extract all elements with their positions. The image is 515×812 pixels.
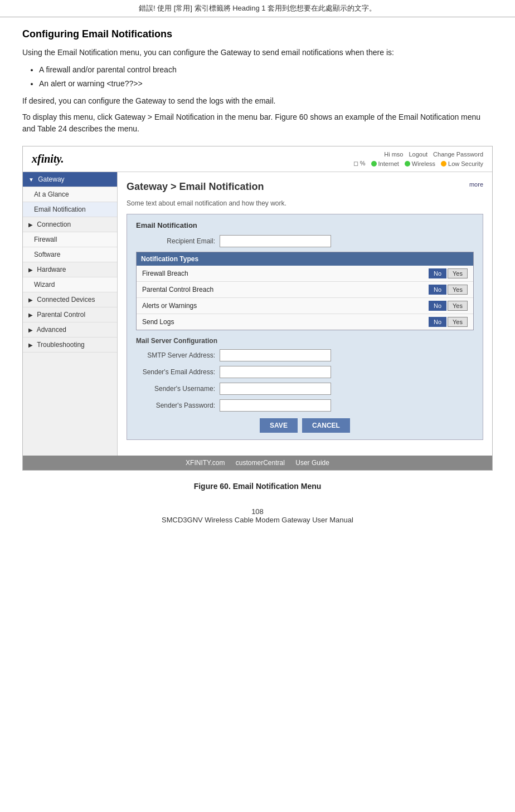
notif-label-sendlogs: Send Logs: [142, 318, 174, 326]
toggle-firewall-yes[interactable]: Yes: [448, 268, 468, 278]
bullet-item-1: A firewall and/or parental control breac…: [39, 63, 493, 77]
toggle-sendlogs-no[interactable]: No: [429, 317, 446, 327]
sidebar-item-email-notification[interactable]: Email Notification: [23, 202, 117, 217]
sidebar-item-label-gateway: Gateway: [38, 175, 64, 183]
save-button[interactable]: SAVE: [260, 418, 298, 433]
sidebar-label-wizard: Wizard: [34, 281, 55, 288]
content-title: Gateway > Email Notification: [127, 181, 483, 193]
toggle-parental-no[interactable]: No: [429, 285, 446, 295]
sidebar-item-software[interactable]: Software: [23, 247, 117, 262]
button-row: SAVE CANCEL: [136, 418, 474, 433]
sidebar-item-hardware[interactable]: ▶ Hardware: [23, 262, 117, 277]
recipient-email-label: Recipient Email:: [136, 237, 220, 245]
sidebar-item-gateway[interactable]: ▼ Gateway: [23, 172, 117, 187]
sender-email-input[interactable]: [220, 366, 331, 378]
notif-row-parental: Parental Control Breach No Yes: [137, 282, 473, 298]
recipient-email-input[interactable]: [220, 235, 331, 247]
sidebar-item-troubleshooting[interactable]: ▶ Troubleshooting: [23, 337, 117, 353]
main-layout: ▼ Gateway At a Glance Email Notification…: [23, 172, 492, 456]
content-area: more Gateway > Email Notification Some t…: [118, 172, 492, 456]
sidebar-label-troubleshooting: Troubleshooting: [37, 341, 85, 349]
content-header: more Gateway > Email Notification Some t…: [127, 181, 483, 207]
footer-link-customer-central[interactable]: customerCentral: [236, 459, 285, 467]
sender-email-label: Sender's Email Address:: [136, 368, 220, 376]
toggle-parental: No Yes: [429, 285, 468, 295]
section-title: Configuring Email Notifications: [22, 28, 493, 40]
recipient-email-row: Recipient Email:: [136, 235, 474, 247]
gateway-arrow: ▼: [28, 177, 34, 183]
sender-username-input[interactable]: [220, 383, 331, 395]
more-link[interactable]: more: [469, 181, 483, 188]
notif-row-firewall: Firewall Breach No Yes: [137, 266, 473, 282]
smtp-server-row: SMTP Server Address:: [136, 349, 474, 361]
sidebar-label-connection: Connection: [37, 221, 71, 228]
toggle-sendlogs-yes[interactable]: Yes: [448, 317, 468, 327]
notification-types-header: Notification Types: [137, 252, 473, 266]
security-dot: [441, 161, 446, 167]
sender-password-label: Sender's Password:: [136, 402, 220, 409]
notif-label-alerts: Alerts or Warnings: [142, 302, 197, 310]
footer-link-user-guide[interactable]: User Guide: [295, 459, 329, 467]
sidebar-item-advanced[interactable]: ▶ Advanced: [23, 322, 117, 337]
email-notification-box: Email Notification Recipient Email: Noti…: [127, 214, 483, 440]
change-password-link[interactable]: Change Password: [433, 151, 483, 158]
figure-caption: Figure 60. Email Notification Menu: [22, 482, 493, 491]
xfinity-logo: xfinity.: [32, 153, 64, 165]
sidebar-label-parental-control: Parental Control: [37, 311, 85, 319]
intro-text: Using the Email Notification menu, you c…: [22, 47, 493, 58]
logout-link[interactable]: Logout: [409, 151, 427, 158]
status-wireless: Wireless: [405, 160, 435, 167]
notif-row-alerts: Alerts or Warnings No Yes: [137, 298, 473, 314]
sidebar-item-connected-devices[interactable]: ▶ Connected Devices: [23, 292, 117, 307]
figure-footer: XFINITY.com customerCentral User Guide: [23, 456, 492, 470]
sidebar-label-software: Software: [34, 251, 60, 258]
cancel-button[interactable]: CANCEL: [302, 418, 350, 433]
sidebar-item-at-a-glance[interactable]: At a Glance: [23, 187, 117, 202]
hi-user: Hi mso: [384, 151, 403, 158]
sidebar: ▼ Gateway At a Glance Email Notification…: [23, 172, 118, 456]
toggle-alerts: No Yes: [429, 301, 468, 311]
toggle-alerts-yes[interactable]: Yes: [448, 301, 468, 311]
bullet-list: A firewall and/or parental control breac…: [39, 63, 493, 91]
mail-server-title: Mail Server Configuration: [136, 337, 474, 345]
status-security: Low Security: [441, 160, 483, 167]
sidebar-item-parental-control[interactable]: ▶ Parental Control: [23, 307, 117, 322]
sidebar-label-advanced: Advanced: [37, 326, 66, 334]
toggle-alerts-no[interactable]: No: [429, 301, 446, 311]
sidebar-label-at-a-glance: At a Glance: [34, 190, 69, 198]
info-text: Some text about email notification and h…: [127, 199, 483, 207]
sidebar-label-email-notification: Email Notification: [34, 206, 86, 213]
sender-password-input[interactable]: [220, 399, 331, 412]
toggle-firewall: No Yes: [429, 268, 468, 278]
footer-link-xfinity[interactable]: XFINITY.com: [186, 459, 225, 467]
toggle-firewall-no[interactable]: No: [429, 268, 446, 278]
sender-password-row: Sender's Password:: [136, 399, 474, 412]
advanced-arrow: ▶: [28, 327, 33, 333]
connection-arrow: ▶: [28, 222, 33, 228]
parental-control-arrow: ▶: [28, 312, 33, 318]
sidebar-label-connected-devices: Connected Devices: [37, 296, 95, 304]
sender-email-row: Sender's Email Address:: [136, 366, 474, 378]
doc-title: SMCD3GNV Wireless Cable Modem Gateway Us…: [22, 516, 493, 524]
notification-box-title: Email Notification: [136, 221, 474, 229]
sidebar-item-firewall[interactable]: Firewall: [23, 232, 117, 247]
toggle-parental-yes[interactable]: Yes: [448, 285, 468, 295]
notif-row-sendlogs: Send Logs No Yes: [137, 314, 473, 330]
sidebar-item-wizard[interactable]: Wizard: [23, 277, 117, 292]
figure-container: xfinity. Hi mso Logout Change Password ◻…: [22, 146, 493, 471]
header-right: Hi mso Logout Change Password ◻ % Intern…: [353, 151, 483, 167]
status-bar: ◻ % Internet Wireless Low Security: [353, 160, 483, 167]
body-text-2: To display this menu, click Gateway > Em…: [22, 111, 493, 135]
wireless-dot: [405, 161, 410, 167]
sidebar-item-connection[interactable]: ▶ Connection: [23, 217, 117, 232]
sidebar-label-hardware: Hardware: [37, 266, 66, 273]
notification-types-container: Notification Types Firewall Breach No Ye…: [136, 252, 474, 330]
page-number: 108: [22, 507, 493, 516]
internet-dot: [371, 161, 377, 167]
header-links: Hi mso Logout Change Password: [384, 151, 483, 158]
bullet-item-2: An alert or warning <true??>>: [39, 77, 493, 91]
connected-devices-arrow: ▶: [28, 297, 33, 303]
status-signal: ◻ %: [353, 160, 366, 167]
smtp-input[interactable]: [220, 349, 331, 361]
error-bar-text: 錯誤! 使用 [常用] 索引標籤將 Heading 1 套用到您想要在此處顯示的…: [139, 4, 376, 12]
